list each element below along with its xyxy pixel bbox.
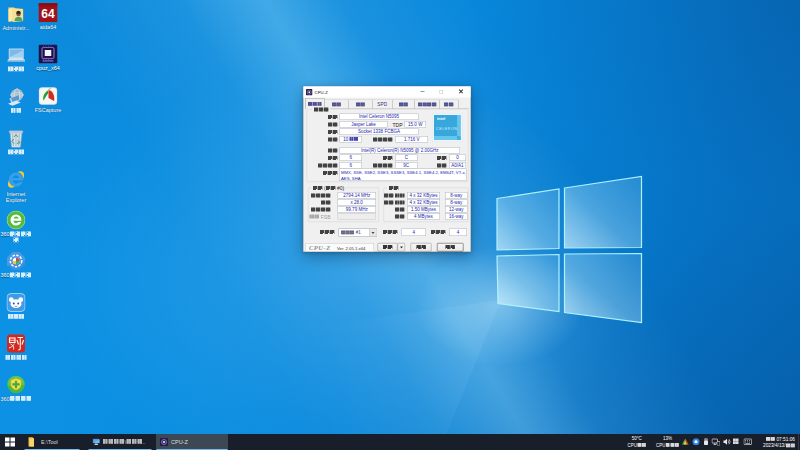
cpu-spec-value: Intel(R) Celeron(R) N5095 @ 2.00GHz [340,147,461,154]
field-label [384,207,405,213]
version-panel: CPU-Z Ver. 2.05.1.x64 [306,243,375,252]
tray-360-icon[interactable] [692,438,700,446]
tray-network-icon[interactable] [712,438,721,446]
cpu-package-value: Socket 1338 FCBGA [340,129,419,136]
desktop-icon-label: aida64 [27,24,69,30]
l1-data-way: 8-way [445,192,468,199]
tools-button[interactable] [378,243,398,252]
internet-explorer-icon [0,170,37,189]
cpuz-taskbar-icon [160,438,168,446]
recycle-bin-icon [0,129,37,148]
start-button[interactable] [0,434,24,450]
field-label [370,156,393,162]
l3-way: 16-way [445,213,468,220]
cpu-family-value: 6 [340,155,363,162]
tray-usb-icon[interactable] [703,438,709,446]
bus-speed-value: 99.79 MHz [338,206,377,213]
cpu-temp-meter[interactable]: 50°C CPU [628,436,646,449]
threads-label [431,230,446,236]
group-title [387,186,400,192]
aida64-badge: 64 [41,7,55,21]
desktop-icon-360-driver-master[interactable]: 360 [0,252,37,279]
taskbar: E:\Tool \... CPU-Z [0,434,800,450]
desktop-icon-label [0,149,37,155]
minimize-button[interactable] [414,87,433,98]
tray-driver-icon[interactable] [682,438,690,446]
cpu-instructions-value: MMX, SSE, SSE2, SSE3, SSSE3, SSE4.1, SSE… [339,169,467,182]
version-text: Ver. 2.05.1.x64 [337,246,365,251]
windows-logo-wallpaper [494,173,644,324]
desktop-icon-fscapture[interactable]: FSCapture [27,86,69,113]
field-label [312,115,338,121]
taskbar-button-label: E:\Tool [41,439,58,445]
desktop-icon-label: 360 [0,272,37,278]
cpuz-titlebar[interactable]: CPU-Z [304,87,471,98]
tools-dropdown-button[interactable] [398,243,406,252]
field-label [384,214,405,220]
ludashi-icon [0,293,37,312]
field-label [312,137,338,143]
ok-button[interactable] [437,243,464,252]
cores-label [383,230,398,236]
field-label [310,207,331,213]
intel-logo-corner [457,136,461,140]
taskbar-clock[interactable]: 07:51:06 2023/4/13/ [763,436,795,449]
field-label [312,122,338,128]
windows-start-icon [5,438,15,447]
field-label [430,156,447,162]
field-label [370,137,393,143]
l3-value: 4 MBytes [407,213,440,220]
desktop-icon-aida64[interactable]: 64 aida64 [27,3,69,30]
tray-touch-keyboard-icon[interactable] [744,438,753,446]
cpu-voltage-value: 1.716 V [396,136,429,143]
threads-value: 4 [449,229,467,237]
taskbar-button-etool[interactable]: E:\Tool [24,434,80,450]
cpu-usage-meter[interactable]: 13% CPU [656,436,679,449]
desktop-icon-internet-explorer[interactable]: Internet Explorer [0,170,37,203]
cpuz-logo-text: CPU-Z [309,244,331,252]
maximize-button[interactable] [433,87,452,98]
desktop-icon-360-browser[interactable]: 360 [0,211,37,244]
cpu-codename-value: Jasper Lake [340,121,388,128]
tray-volume-icon[interactable] [723,438,731,446]
l2-way: 12-way [445,206,468,213]
validate-button[interactable] [411,243,432,252]
desktop-icon-360-safe-guard[interactable]: 360 [0,375,37,402]
rated-fsb-value [338,213,377,220]
360-driver-master-icon [0,252,37,271]
cpu-temp-label: CPU [628,442,646,449]
l1-inst-way: 8-way [445,199,468,206]
desktop-icon-driver-genie[interactable] [0,334,37,361]
l1-inst-value: 4 x 32 KBytes [407,199,440,206]
tray-ime-indicator[interactable] [733,438,739,446]
celeron-brand-text: CELERON [436,127,457,131]
desktop-icon-cpuz-x64[interactable]: cpuz_x64 [27,45,69,72]
cores-value: 4 [402,229,427,237]
360-safe-guard-icon [0,375,37,394]
field-label [312,130,338,136]
close-button[interactable] [452,87,471,98]
processor-select[interactable]: #1 [339,229,378,237]
driver-genie-icon [0,334,37,353]
l2-value: 1.50 MBytes [407,206,440,213]
aida64-icon: 64 [27,3,69,22]
field-label [384,200,405,206]
cpu-tech-value: 10 [340,136,363,143]
folder-icon [28,437,36,447]
desktop-icon-recycle-bin[interactable] [0,129,37,156]
intel-celeron-logo: intel CELERON [432,113,463,142]
taskbar-button-label: \... [103,439,146,445]
desktop-icon-label [0,314,37,320]
l1-data-value: 4 x 32 KBytes [407,192,440,199]
desktop-icon-label: 360 [0,231,37,237]
desktop-icon-ludashi[interactable] [0,293,37,320]
desktop-icon-label: FSCapture [27,107,69,113]
clock-date: 2023/4/13/ [763,442,795,449]
cpu-name-value: Intel Celeron N5095 [340,114,419,121]
group-title: ( #0) [311,186,346,192]
taskbar-button-cpuz[interactable]: CPU-Z [156,434,228,450]
cpuz-icon [27,45,69,64]
taskbar-button-control-panel[interactable]: \... [88,434,152,450]
group-title [312,107,330,113]
combo-dropdown-button[interactable] [370,229,377,236]
